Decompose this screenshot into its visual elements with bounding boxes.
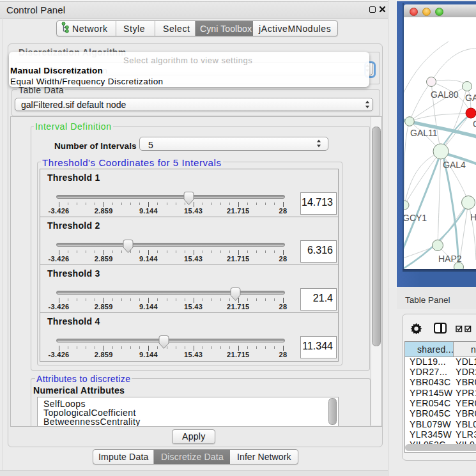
svg-text:H: H xyxy=(470,212,476,222)
svg-text:GA: GA xyxy=(465,93,476,103)
svg-text:HAP2: HAP2 xyxy=(438,254,462,264)
svg-text:C: C xyxy=(473,119,476,129)
svg-text:GAL11: GAL11 xyxy=(410,128,438,138)
svg-text:GCY1: GCY1 xyxy=(404,213,427,223)
svg-text:GAL4: GAL4 xyxy=(443,160,466,170)
svg-text:GAL80: GAL80 xyxy=(431,89,459,100)
